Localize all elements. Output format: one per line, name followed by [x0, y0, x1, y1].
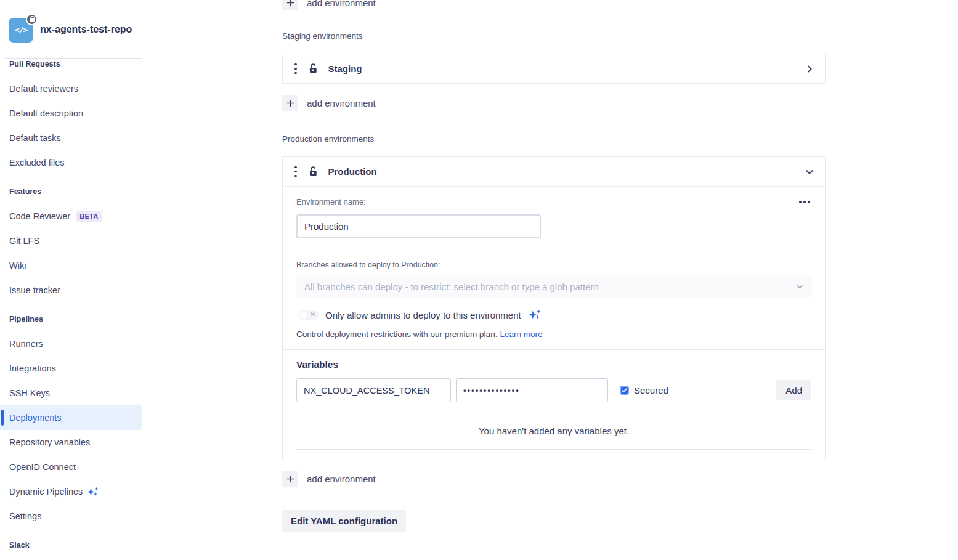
- drag-handle-icon[interactable]: [293, 165, 298, 179]
- chevron-down-icon: [795, 282, 804, 291]
- add-variable-button[interactable]: Add: [776, 380, 811, 400]
- sidebar-item-integrations[interactable]: Integrations: [0, 356, 142, 381]
- premium-plan-text: Control deployment restrictions with our…: [296, 330, 497, 339]
- chevron-right-icon[interactable]: [805, 64, 814, 74]
- environment-name: Staging: [328, 63, 362, 74]
- sidebar-item-slack-settings[interactable]: Settings: [0, 558, 142, 560]
- add-environment-label: add environment: [307, 0, 376, 8]
- staging-environments-label: Staging environments: [282, 31, 826, 41]
- sidebar-item-default-description[interactable]: Default description: [0, 101, 142, 126]
- variable-value-input[interactable]: [456, 378, 608, 402]
- sidebar-item-dynamic-pipelines[interactable]: Dynamic Pipelines: [0, 479, 142, 504]
- admins-only-toggle[interactable]: ✕: [298, 310, 319, 320]
- sidebar-item-default-reviewers[interactable]: Default reviewers: [0, 76, 142, 101]
- add-environment-label: add environment: [307, 474, 376, 484]
- sidebar-header-slack: Slack: [0, 533, 142, 558]
- admins-only-toggle-label: Only allow admins to deploy to this envi…: [325, 310, 521, 320]
- sparkles-icon: [528, 308, 542, 322]
- branches-select[interactable]: All branches can deploy - to restrict: s…: [296, 275, 812, 298]
- settings-sidebar: Pull Requests Default reviewers Default …: [0, 0, 147, 560]
- sidebar-item-deployments[interactable]: Deployments: [0, 405, 142, 430]
- staging-environment-header[interactable]: Staging: [283, 54, 825, 83]
- section-divider: [283, 349, 825, 350]
- add-environment-button-staging[interactable]: add environment: [282, 95, 826, 111]
- add-environment-button-top[interactable]: add environment: [282, 0, 826, 10]
- sidebar-header-features: Features: [0, 179, 142, 204]
- divider: [296, 449, 811, 450]
- repo-avatar[interactable]: </>: [9, 18, 33, 43]
- repo-name: nx-agents-test-repo: [40, 24, 132, 35]
- variable-name-input[interactable]: [296, 378, 451, 402]
- secured-checkbox-label: Secured: [634, 385, 668, 396]
- unlock-icon: [307, 63, 319, 75]
- production-environment-header[interactable]: Production: [283, 157, 825, 187]
- sidebar-item-wiki[interactable]: Wiki: [0, 253, 142, 278]
- sidebar-item-label: Code Reviewer: [9, 211, 70, 221]
- sidebar-item-issue-tracker[interactable]: Issue tracker: [0, 278, 142, 302]
- staging-environment-card: Staging: [282, 54, 826, 84]
- plus-icon: [282, 95, 298, 111]
- sidebar-item-code-reviewer[interactable]: Code Reviewer BETA: [0, 204, 142, 229]
- sidebar-header-pipelines: Pipelines: [0, 307, 142, 331]
- repo-header: </> nx-agents-test-repo: [0, 0, 147, 59]
- variables-empty-message: You haven't added any variables yet.: [296, 412, 811, 449]
- sidebar-item-runners[interactable]: Runners: [0, 331, 142, 356]
- edit-yaml-configuration-button[interactable]: Edit YAML configuration: [282, 510, 406, 532]
- toggle-off-x-icon: ✕: [310, 310, 315, 319]
- sidebar-item-repository-variables[interactable]: Repository variables: [0, 430, 142, 455]
- chevron-down-icon[interactable]: [805, 167, 814, 177]
- sidebar-item-excluded-files[interactable]: Excluded files: [0, 150, 142, 175]
- plus-icon: [282, 0, 298, 10]
- production-environments-label: Production environments: [282, 134, 826, 144]
- sidebar-item-git-lfs[interactable]: Git LFS: [0, 229, 142, 253]
- sidebar-item-default-tasks[interactable]: Default tasks: [0, 126, 142, 150]
- sidebar-item-label: Dynamic Pipelines: [9, 487, 83, 497]
- unlock-icon: [307, 166, 319, 177]
- sidebar-item-ssh-keys[interactable]: SSH Keys: [0, 381, 142, 405]
- environment-name-label: Environment name:: [296, 197, 366, 206]
- branches-select-placeholder: All branches can deploy - to restrict: s…: [304, 282, 795, 292]
- production-environment-card: Production Environment name: Branches al…: [282, 156, 826, 460]
- private-repo-lock-badge: [26, 14, 38, 25]
- environment-name: Production: [328, 166, 377, 177]
- drag-handle-icon[interactable]: [293, 62, 298, 76]
- sparkles-icon: [86, 485, 99, 498]
- environment-name-input[interactable]: [296, 214, 541, 238]
- production-environment-body: Environment name: Branches allowed to de…: [283, 187, 825, 460]
- more-options-button[interactable]: [798, 198, 811, 206]
- deployments-settings-content: add environment Staging environments Sta…: [147, 0, 958, 560]
- plus-icon: [282, 471, 298, 487]
- branches-allowed-label: Branches allowed to deploy to Production…: [296, 261, 811, 269]
- add-environment-label: add environment: [307, 98, 376, 108]
- repository-settings-page: Pull Requests Default reviewers Default …: [0, 0, 958, 560]
- beta-badge: BETA: [76, 211, 102, 222]
- sidebar-item-openid-connect[interactable]: OpenID Connect: [0, 455, 142, 479]
- variables-title: Variables: [296, 359, 811, 370]
- secured-checkbox[interactable]: [620, 386, 629, 395]
- learn-more-link[interactable]: Learn more: [500, 330, 542, 339]
- add-environment-button-production[interactable]: add environment: [282, 471, 826, 487]
- sidebar-item-pipelines-settings[interactable]: Settings: [0, 504, 142, 529]
- code-icon: </>: [15, 25, 27, 34]
- sidebar-menu: Pull Requests Default reviewers Default …: [0, 0, 142, 560]
